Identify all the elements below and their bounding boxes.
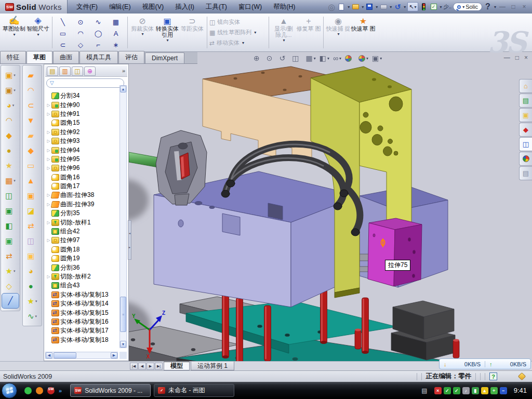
feature-tree-item[interactable]: ▷ 实体-移动/复制16 bbox=[46, 317, 118, 326]
planar-surface-icon[interactable]: ▭ ▾ bbox=[23, 158, 42, 173]
close-button[interactable]: × bbox=[520, 3, 529, 10]
scroll-up-icon[interactable]: ▲ bbox=[120, 86, 126, 92]
feature-tree-item[interactable]: ▷ 圆角16 bbox=[46, 173, 118, 182]
feature-tree-item[interactable]: ▷ 实体-移动/复制14 bbox=[46, 299, 118, 308]
sketch-dropdown[interactable]: ▾ bbox=[13, 32, 15, 37]
messenger-quicklaunch-icon[interactable] bbox=[24, 387, 32, 394]
expand-arrow-icon[interactable]: ▷ bbox=[46, 238, 51, 243]
feature-tree-item[interactable]: ▷ 分割35 bbox=[46, 209, 118, 218]
restore-button[interactable]: □ bbox=[509, 3, 518, 10]
file-explorer-icon[interactable]: ▣ bbox=[519, 108, 532, 122]
tab-nav-button[interactable]: ▶| bbox=[155, 363, 163, 370]
feature-tree-item[interactable]: ▷ 拉伸92 bbox=[46, 128, 118, 137]
menu-item[interactable]: 编辑(E) bbox=[103, 3, 137, 11]
feature-tree-item[interactable]: ▷ 拉伸96 bbox=[46, 164, 118, 172]
save-button[interactable] bbox=[365, 2, 374, 11]
feature-tree-item[interactable]: ▷ 实体-移动/复制18 bbox=[46, 336, 118, 344]
help-button[interactable]: ? bbox=[484, 2, 492, 11]
surface-curve-icon[interactable]: ∿ ▾ bbox=[23, 309, 42, 324]
minimize-button[interactable]: — bbox=[498, 3, 507, 10]
ribbon-tab[interactable]: 曲面 bbox=[53, 51, 79, 63]
trim-entities-button[interactable]: ⊘ 剪裁实体 ▾ bbox=[130, 15, 155, 50]
launcher-quicklaunch-icon[interactable] bbox=[36, 387, 43, 394]
extruded-boss-icon[interactable]: ▣ ▾ bbox=[1, 68, 20, 83]
expand-arrow-icon[interactable]: ▷ bbox=[46, 148, 51, 153]
ribbon-tab[interactable]: 草图 bbox=[26, 51, 52, 63]
offset-surface-icon[interactable]: ▲ ▾ bbox=[23, 173, 42, 188]
split-icon[interactable]: ◧ ▾ bbox=[1, 218, 20, 233]
quick-tips-icon[interactable]: ? bbox=[489, 373, 497, 380]
volume-tray-icon[interactable]: ♪ bbox=[462, 387, 470, 394]
pin-icon[interactable]: ◎ bbox=[327, 2, 336, 11]
feature-tree-item[interactable]: ▷ 组合43 bbox=[46, 281, 118, 290]
feature-tree-item[interactable]: ▷ 实体-移动/复制15 bbox=[46, 308, 118, 317]
taskbar-button[interactable]: ✓ 未命名 - 画图 bbox=[154, 384, 234, 397]
keyboard-tray-icon[interactable]: ▤ bbox=[421, 387, 427, 394]
tree-filter-input[interactable]: ▽ bbox=[46, 78, 124, 88]
locating-pin[interactable] bbox=[453, 339, 459, 358]
view-orientation-icon[interactable]: ▦ ▾ bbox=[306, 54, 316, 62]
thicken-icon[interactable]: ▣ ▾ bbox=[23, 248, 42, 263]
save-dropdown[interactable]: ▾ bbox=[376, 5, 378, 9]
undo-button[interactable]: ↺ bbox=[393, 2, 402, 11]
select-button[interactable]: ↖▾ bbox=[407, 2, 418, 11]
feature-tree-item[interactable]: ▷ 圆角15 bbox=[46, 118, 118, 127]
feature-tree-item[interactable]: ▷ 圆角19 bbox=[46, 254, 118, 263]
reference-geometry-icon[interactable]: ◇ ▾ bbox=[1, 278, 20, 294]
feature-tree-item[interactable]: ▷ 拉伸93 bbox=[46, 137, 118, 145]
side-insert-block[interactable] bbox=[368, 218, 422, 286]
sketch-entity-button[interactable]: ∿ bbox=[90, 16, 108, 28]
tab-nav-button[interactable]: |◀ bbox=[130, 363, 138, 370]
move-copy-icon[interactable]: ⇄ ▾ bbox=[1, 248, 20, 263]
body-icon[interactable]: ▣ ▾ bbox=[1, 233, 20, 248]
boundary-surface-icon[interactable]: ▰ ▾ bbox=[23, 128, 42, 143]
options-button[interactable]: ✓ bbox=[430, 2, 438, 11]
untrim-surface-icon[interactable]: ◫ ▾ bbox=[23, 233, 42, 248]
custom-properties-icon[interactable]: ▤ bbox=[519, 166, 532, 180]
repair-sketch-button[interactable]: + 修复草 图 bbox=[296, 15, 321, 50]
mirror-icon[interactable]: ◫ ▾ bbox=[1, 188, 20, 203]
protection-tray-icon[interactable]: + bbox=[490, 387, 498, 394]
tree-scroll-thumb[interactable]: ≡ bbox=[120, 297, 126, 332]
surface-fillet-icon[interactable]: ◕ ▾ bbox=[23, 263, 42, 278]
expand-arrow-icon[interactable]: ▷ bbox=[46, 274, 51, 279]
feature-tree-item[interactable]: ▷ 曲面-拉伸39 bbox=[46, 200, 118, 209]
taskbar-button[interactable]: SW SolidWorks 2009 - ... bbox=[70, 384, 151, 397]
offset-entities-button[interactable]: ⊃ 等距实体 bbox=[180, 15, 205, 50]
security-tray-icon[interactable]: ✓ bbox=[444, 387, 451, 394]
help-dropdown[interactable]: ▾ bbox=[494, 5, 496, 9]
swept-surface-icon[interactable]: ⊂ ▾ bbox=[23, 98, 42, 113]
ribbon-tab[interactable]: 特征 bbox=[0, 51, 26, 63]
feature-tree-item[interactable]: ▷ 拉伸95 bbox=[46, 155, 118, 164]
configurationmanager-tab-icon[interactable]: ◫ bbox=[72, 66, 83, 76]
search-dropdown[interactable]: ▾ bbox=[462, 5, 464, 9]
connectivity-tray-icon[interactable]: ▮ bbox=[472, 387, 479, 394]
menu-item[interactable]: 插入(I) bbox=[169, 3, 200, 11]
lofted-surface-icon[interactable]: ▼ ▾ bbox=[23, 113, 42, 128]
quick-snaps-button[interactable]: ◉ 快速捕 捉 ▾ bbox=[326, 15, 351, 50]
update-tray-icon[interactable]: ✓ bbox=[453, 387, 460, 394]
sync-blocked-tray-icon[interactable]: − bbox=[500, 387, 507, 394]
menu-item[interactable]: 视图(V) bbox=[137, 3, 170, 11]
pattern-icon[interactable]: ▦ ▾ bbox=[1, 173, 20, 188]
expand-arrow-icon[interactable]: ▷ bbox=[46, 166, 51, 170]
tab-nav-button[interactable]: ▶ bbox=[147, 363, 154, 370]
tree-vertical-scrollbar[interactable]: ▲ ≡ ▼ bbox=[119, 85, 127, 348]
sketch-entity-button[interactable]: ⊂ bbox=[55, 39, 72, 50]
open-file-button[interactable] bbox=[351, 2, 360, 11]
sketch-entity-button[interactable]: ╲ bbox=[55, 16, 72, 28]
feature-tree-item[interactable]: ▷ 分割36 bbox=[46, 263, 118, 272]
panel-splitter[interactable]: ◂▸ bbox=[128, 220, 131, 260]
section-view-icon[interactable]: ◫ ▾ bbox=[292, 54, 302, 62]
tag-icon[interactable] bbox=[518, 373, 526, 381]
scroll-left-icon[interactable]: ◀ bbox=[46, 352, 52, 358]
feature-tree-item[interactable]: ▷ 拉伸94 bbox=[46, 145, 118, 154]
expand-arrow-icon[interactable]: ▷ bbox=[46, 103, 51, 108]
combine-icon[interactable]: ▣ ▾ bbox=[1, 203, 20, 218]
feature-tree-item[interactable]: ▷ 分割34 bbox=[46, 91, 118, 100]
revolved-surface-icon[interactable]: ◠ ▾ bbox=[23, 83, 42, 98]
feature-tree-item[interactable]: ▷ 圆角18 bbox=[46, 245, 118, 254]
open-file-dropdown[interactable]: ▾ bbox=[362, 5, 364, 9]
revolved-icon[interactable]: ● ▾ bbox=[1, 143, 20, 158]
dimxpert-tab-icon[interactable]: ⊕ bbox=[84, 66, 96, 76]
